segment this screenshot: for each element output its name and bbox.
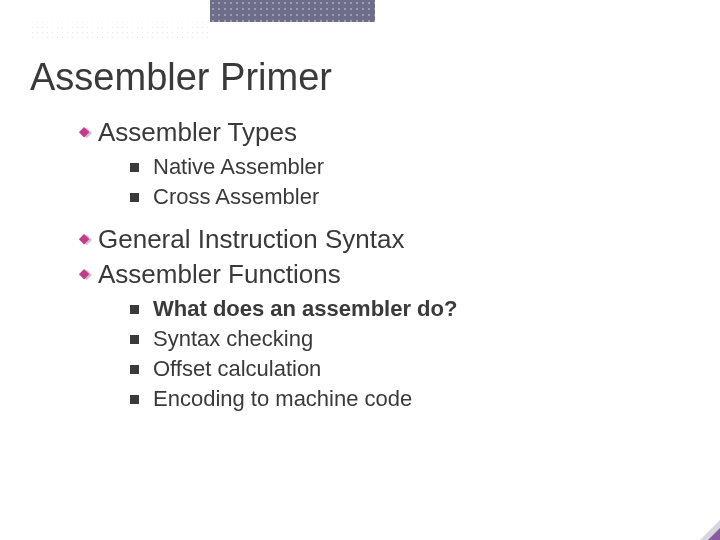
diamond-icon [78, 233, 92, 247]
square-icon [130, 395, 139, 404]
sub-bullet-label: Native Assembler [153, 154, 324, 180]
slide: Assembler Primer Assembler Types Native … [0, 0, 720, 540]
sub-bullet-item: Native Assembler [130, 154, 690, 180]
sub-bullet-label: Cross Assembler [153, 184, 319, 210]
bullet-label: Assembler Types [98, 117, 297, 148]
sub-bullet-item: Offset calculation [130, 356, 690, 382]
bullet-item: General Instruction Syntax [78, 224, 690, 255]
square-icon [130, 193, 139, 202]
bullet-section: Assembler Functions [78, 259, 690, 290]
bullet-item: Assembler Functions [78, 259, 690, 290]
sub-bullet-list: Native Assembler Cross Assembler [130, 154, 690, 210]
square-icon [130, 365, 139, 374]
diamond-icon [78, 268, 92, 282]
bullet-section: General Instruction Syntax [78, 224, 690, 255]
square-icon [130, 305, 139, 314]
sub-bullet-label: Syntax checking [153, 326, 313, 352]
diamond-icon [78, 126, 92, 140]
sub-bullet-item: Syntax checking [130, 326, 690, 352]
sub-bullet-item: Cross Assembler [130, 184, 690, 210]
sub-bullet-label: Encoding to machine code [153, 386, 412, 412]
sub-bullet-label: Offset calculation [153, 356, 321, 382]
square-icon [130, 163, 139, 172]
sub-bullet-label: What does an assembler do? [153, 296, 457, 322]
corner-accent-icon [690, 510, 720, 540]
bullet-label: Assembler Functions [98, 259, 341, 290]
square-icon [130, 335, 139, 344]
bullet-label: General Instruction Syntax [98, 224, 404, 255]
bullet-item: Assembler Types [78, 117, 690, 148]
slide-title: Assembler Primer [30, 56, 690, 99]
bullet-section: Assembler Types [78, 117, 690, 148]
sub-bullet-item: Encoding to machine code [130, 386, 690, 412]
decorative-dots-top [30, 20, 210, 38]
decorative-accent-block [210, 0, 375, 22]
sub-bullet-list: What does an assembler do? Syntax checki… [130, 296, 690, 412]
sub-bullet-item: What does an assembler do? [130, 296, 690, 322]
